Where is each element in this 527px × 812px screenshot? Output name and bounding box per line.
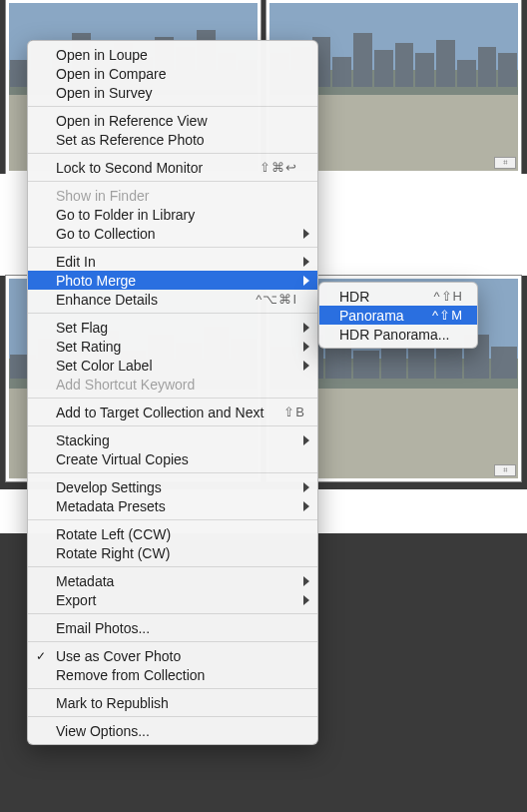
menu-item-virtual-copies[interactable]: Create Virtual Copies [28, 449, 317, 468]
menu-item-export[interactable]: Export [28, 590, 317, 609]
menu-separator [28, 398, 317, 399]
menu-label: Show in Finder [56, 188, 297, 204]
menu-label: Open in Reference View [56, 113, 297, 129]
chevron-right-icon [303, 482, 309, 492]
menu-label: View Options... [56, 723, 297, 739]
menu-item-set-reference[interactable]: Set as Reference Photo [28, 130, 317, 149]
chevron-right-icon [303, 276, 309, 286]
menu-item-add-target[interactable]: Add to Target Collection and Next⇧B [28, 403, 317, 421]
menu-label: Create Virtual Copies [56, 451, 297, 467]
menu-item-set-color[interactable]: Set Color Label [28, 356, 317, 375]
menu-label: Open in Loupe [56, 47, 297, 63]
submenu-item-hdr[interactable]: HDR^⇧H [319, 287, 477, 306]
menu-item-rotate-left[interactable]: Rotate Left (CCW) [28, 524, 317, 543]
menu-label: Mark to Republish [56, 695, 297, 711]
menu-label: Open in Compare [56, 66, 297, 82]
menu-item-stacking[interactable]: Stacking [28, 430, 317, 449]
menu-item-metadata-presets[interactable]: Metadata Presets [28, 496, 317, 515]
menu-separator [28, 641, 317, 642]
menu-item-go-collection[interactable]: Go to Collection [28, 224, 317, 243]
menu-label: Set as Reference Photo [56, 132, 297, 148]
menu-separator [28, 716, 317, 717]
menu-label: Develop Settings [56, 479, 297, 495]
menu-shortcut: ⇧⌘↩ [260, 160, 297, 175]
menu-label: Set Rating [56, 339, 297, 355]
menu-item-open-loupe[interactable]: Open in Loupe [28, 45, 317, 64]
chevron-right-icon [303, 435, 309, 445]
chevron-right-icon [303, 229, 309, 239]
menu-item-show-finder: Show in Finder [28, 186, 317, 205]
menu-separator [28, 688, 317, 689]
menu-label: Remove from Collection [56, 667, 297, 683]
menu-separator [28, 181, 317, 182]
menu-label: Metadata Presets [56, 498, 297, 514]
check-icon: ✓ [36, 649, 46, 663]
menu-separator [28, 247, 317, 248]
menu-label: Go to Collection [56, 226, 297, 242]
menu-item-enhance-details[interactable]: Enhance Details^⌥⌘I [28, 290, 317, 309]
menu-item-open-survey[interactable]: Open in Survey [28, 83, 317, 102]
menu-item-go-folder[interactable]: Go to Folder in Library [28, 205, 317, 224]
menu-item-email-photos[interactable]: Email Photos... [28, 618, 317, 637]
chevron-right-icon [303, 323, 309, 333]
menu-item-lock-monitor[interactable]: Lock to Second Monitor⇧⌘↩ [28, 158, 317, 177]
menu-separator [28, 106, 317, 107]
chevron-right-icon [303, 501, 309, 511]
thumb-badge-icon: ⌗ [494, 464, 516, 476]
menu-shortcut: ^⇧M [432, 308, 463, 323]
context-menu: Open in Loupe Open in Compare Open in Su… [27, 40, 318, 745]
menu-item-metadata[interactable]: Metadata [28, 571, 317, 590]
menu-label: Add Shortcut Keyword [56, 377, 297, 393]
menu-shortcut: ⇧B [283, 405, 305, 419]
menu-item-mark-republish[interactable]: Mark to Republish [28, 693, 317, 712]
menu-label: HDR [339, 289, 426, 305]
menu-label: HDR Panorama... [339, 327, 463, 343]
menu-shortcut: ^⇧H [434, 289, 464, 304]
menu-item-view-options[interactable]: View Options... [28, 721, 317, 740]
menu-item-open-compare[interactable]: Open in Compare [28, 64, 317, 83]
menu-item-use-cover[interactable]: ✓Use as Cover Photo [28, 646, 317, 665]
menu-separator [28, 425, 317, 426]
menu-label: Email Photos... [56, 620, 297, 636]
menu-item-photo-merge[interactable]: Photo Merge [28, 271, 317, 290]
menu-label: Set Color Label [56, 358, 297, 374]
submenu-item-hdr-panorama[interactable]: HDR Panorama... [319, 325, 477, 344]
chevron-right-icon [303, 595, 309, 605]
menu-separator [28, 153, 317, 154]
menu-label: Panorama [339, 308, 424, 324]
menu-shortcut: ^⌥⌘I [256, 292, 297, 307]
submenu-item-panorama[interactable]: Panorama^⇧M [319, 306, 477, 325]
menu-item-open-reference[interactable]: Open in Reference View [28, 111, 317, 130]
menu-item-remove-collection[interactable]: Remove from Collection [28, 665, 317, 684]
menu-item-set-flag[interactable]: Set Flag [28, 318, 317, 337]
menu-label: Go to Folder in Library [56, 207, 297, 223]
submenu-photo-merge: HDR^⇧H Panorama^⇧M HDR Panorama... [318, 282, 478, 349]
menu-label: Rotate Left (CCW) [56, 526, 297, 542]
chevron-right-icon [303, 576, 309, 586]
menu-label: Rotate Right (CW) [56, 545, 297, 561]
menu-item-edit-in[interactable]: Edit In [28, 252, 317, 271]
menu-label: Add to Target Collection and Next [56, 405, 264, 420]
menu-label: Export [56, 592, 297, 608]
menu-label: Open in Survey [56, 85, 297, 101]
menu-separator [28, 313, 317, 314]
menu-item-rotate-right[interactable]: Rotate Right (CW) [28, 543, 317, 562]
menu-separator [28, 566, 317, 567]
menu-label: Stacking [56, 432, 297, 448]
menu-label: Set Flag [56, 320, 297, 336]
menu-label: Use as Cover Photo [56, 648, 297, 664]
chevron-right-icon [303, 361, 309, 371]
menu-label: Photo Merge [56, 273, 297, 289]
chevron-right-icon [303, 257, 309, 267]
menu-label: Edit In [56, 254, 297, 270]
menu-item-develop-settings[interactable]: Develop Settings [28, 477, 317, 496]
menu-label: Lock to Second Monitor [56, 160, 240, 176]
menu-separator [28, 613, 317, 614]
menu-item-set-rating[interactable]: Set Rating [28, 337, 317, 356]
menu-label: Enhance Details [56, 292, 236, 308]
menu-label: Metadata [56, 573, 297, 589]
thumb-badge-icon: ⌗ [494, 157, 516, 169]
menu-item-add-keyword: Add Shortcut Keyword [28, 375, 317, 394]
menu-separator [28, 519, 317, 520]
menu-separator [28, 472, 317, 473]
